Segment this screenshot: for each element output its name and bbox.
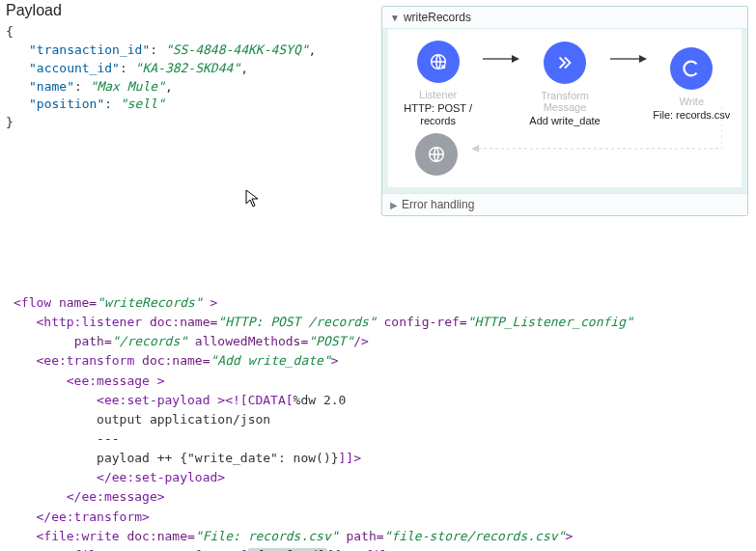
xml-attr: doc:name= <box>150 315 217 329</box>
node-detail-label: Add write_date <box>529 115 600 127</box>
json-key: "transaction_id" <box>29 42 150 57</box>
svg-marker-5 <box>639 55 647 63</box>
flow-canvas[interactable]: Listener HTTP: POST /records Transform M… <box>382 29 747 193</box>
xml-attr: path= <box>74 334 112 348</box>
xml-value: "HTTP: POST /records" <box>217 315 376 329</box>
svg-marker-3 <box>512 55 519 63</box>
node-type-label: Listener <box>419 89 457 100</box>
node-detail-label: HTTP: POST /records <box>404 102 472 127</box>
collapse-icon: ▼ <box>390 13 400 23</box>
xml-attr: path= <box>339 529 384 543</box>
xml-attr: config-ref= <box>377 315 467 329</box>
c-ring-icon <box>670 47 713 90</box>
flow-node-listener[interactable]: Listener HTTP: POST /records <box>394 41 482 127</box>
payload-title: Payload <box>6 2 373 19</box>
xml-tag: > <box>331 353 339 368</box>
flow-arrow-2 <box>609 53 648 65</box>
xml-tag: </ee:transform> <box>36 510 149 524</box>
xml-tag: <file:write <box>36 529 126 543</box>
xml-attr: name= <box>59 295 97 310</box>
xml-value: "writeRecords" <box>97 295 203 310</box>
xml-value: "POST" <box>308 334 353 348</box>
xml-tag: <ee:message > <box>67 373 165 388</box>
xml-value: "HTTP_Listener_config" <box>467 315 633 329</box>
expand-icon: ▶ <box>390 200 398 210</box>
flow-return-node[interactable] <box>388 133 742 176</box>
xml-tag: </ee:set-payload> <box>97 470 225 484</box>
node-type-label: Transform Message <box>520 90 608 113</box>
xml-tag: <flow <box>14 295 59 310</box>
json-key: "name" <box>29 79 74 94</box>
xml-tag: <ee:transform <box>36 353 142 368</box>
error-handling-label: Error handling <box>402 198 474 211</box>
flow-row: Listener HTTP: POST /records Transform M… <box>388 29 742 127</box>
flow-arrow-1 <box>482 53 520 65</box>
json-value: "KA-382-SKD44" <box>135 61 241 75</box>
xml-value: "File: records.csv" <box>195 529 339 543</box>
flow-panel: ▼ writeRecords Listener HTTP: POST /reco… <box>381 6 748 216</box>
chevrons-icon <box>544 41 586 84</box>
xml-value: "file-store/records.csv" <box>384 529 566 543</box>
globe-arrow-icon <box>417 41 460 83</box>
xml-tag: > <box>565 529 573 543</box>
xml-cdata: --- <box>97 431 119 446</box>
xml-source-block: <flow name="writeRecords" > <http:listen… <box>14 293 742 551</box>
globe-icon <box>415 133 458 176</box>
xml-cdata: payload ++ {"write_date": now()} <box>97 451 338 465</box>
xml-tag: > <box>203 295 218 310</box>
flow-node-write[interactable]: Write File: records.csv <box>648 47 736 122</box>
xml-tag: <ee:set-payload ><![CDATA[ <box>97 393 294 407</box>
json-key: "position" <box>29 96 104 111</box>
json-line-name: "name": "Max Mule", <box>6 78 373 96</box>
json-line-transaction: "transaction_id": "SS-4848-44KK-4SYQ", <box>6 41 373 60</box>
json-line-position: "position": "sell" <box>6 96 373 114</box>
error-handling-bar[interactable]: ▶ Error handling <box>382 193 747 215</box>
json-value: "sell" <box>120 96 165 111</box>
xml-cdata: %dw 2.0 <box>294 393 347 407</box>
xml-attr: doc:name= <box>142 353 210 368</box>
xml-tag: <http:listener <box>36 315 149 329</box>
xml-value: "Add write_date" <box>210 353 331 368</box>
xml-tag: </ee:message> <box>67 489 165 504</box>
mouse-cursor-icon <box>245 189 261 212</box>
flow-name-label: writeRecords <box>404 11 471 24</box>
xml-tag: ]]> <box>339 451 361 465</box>
xml-attr: doc:name= <box>126 529 194 543</box>
xml-attr: allowedMethods= <box>187 334 308 348</box>
xml-value: "/records" <box>112 334 187 348</box>
flow-node-transform[interactable]: Transform Message Add write_date <box>520 41 608 127</box>
json-line-account: "account_id": "KA-382-SKD44", <box>6 60 373 78</box>
json-key: "account_id" <box>29 61 120 75</box>
json-value: "Max Mule" <box>90 79 165 94</box>
xml-cdata: output application/json <box>97 412 270 427</box>
brace-open: { <box>6 23 373 41</box>
node-type-label: Write <box>680 96 704 107</box>
node-detail-label: File: records.csv <box>653 109 730 122</box>
xml-tag: /> <box>353 334 369 348</box>
payload-block: Payload { "transaction_id": "SS-4848-44K… <box>6 0 373 132</box>
flow-title-bar[interactable]: ▼ writeRecords <box>382 7 747 29</box>
json-value: "SS-4848-44KK-4SYQ" <box>165 42 309 57</box>
brace-close: } <box>6 114 373 132</box>
payload-json: { "transaction_id": "SS-4848-44KK-4SYQ",… <box>6 23 373 132</box>
